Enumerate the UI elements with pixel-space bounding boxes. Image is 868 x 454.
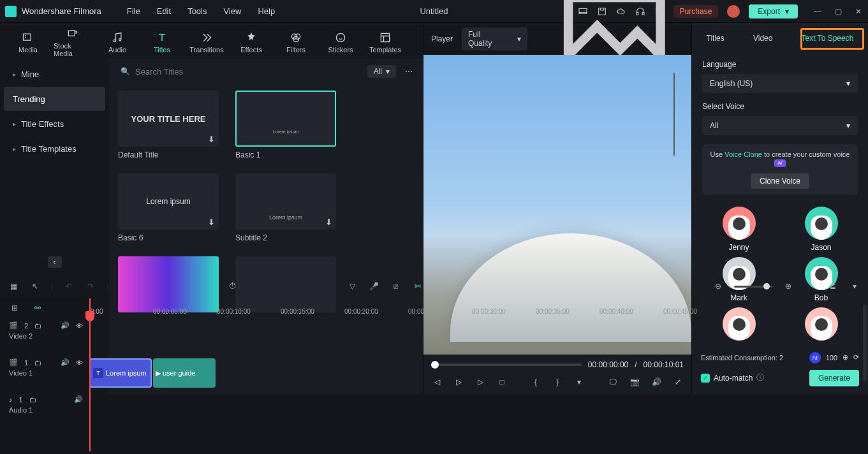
category-tabs: Media Stock Media Audio Titles Transitio… — [0, 23, 423, 59]
svg-rect-9 — [68, 31, 75, 36]
eye-icon: 👁 — [76, 322, 83, 330]
close-icon[interactable]: ✕ — [854, 7, 863, 16]
minimize-icon[interactable]: ― — [813, 7, 822, 16]
effects-icon — [244, 31, 258, 44]
mic-icon[interactable]: 🎤 — [369, 281, 380, 292]
user-avatar[interactable] — [727, 5, 740, 18]
chevron-down-icon: ▾ — [517, 34, 521, 43]
tab-titles[interactable]: Titles — [142, 29, 182, 56]
voice-jenny[interactable]: Jenny — [702, 207, 776, 252]
zoom-slider[interactable] — [734, 286, 772, 288]
chevron-down-icon: ▾ — [386, 67, 390, 76]
export-button[interactable]: Export▾ — [749, 4, 798, 18]
mixer-icon[interactable]: ⎚ — [390, 281, 402, 292]
add-track-icon[interactable]: ⊞ — [9, 302, 20, 314]
mute-icon: 🔊 — [61, 358, 70, 367]
scrollbar[interactable] — [863, 305, 867, 381]
titlebar: Wondershare Filmora File Edit Tools View… — [0, 0, 868, 23]
chevron-right-icon: ▸ — [13, 145, 16, 152]
camera-icon: 🎬 — [9, 321, 18, 330]
quality-select[interactable]: Full Quality▾ — [462, 27, 527, 50]
chevron-down-icon: ▾ — [846, 79, 850, 88]
chevron-right-icon: ▸ — [13, 71, 16, 78]
clone-voice-button[interactable]: Clone Voice — [751, 173, 809, 189]
title-item-basic6[interactable]: Lorem ipsum⬇ Basic 6 — [118, 173, 219, 242]
track-head-video2[interactable]: 🎬2🗀🔊👁 Video 2 — [0, 318, 89, 355]
clip-video[interactable]: ▶user guide — [153, 358, 216, 388]
filter-all[interactable]: All▾ — [367, 65, 396, 78]
link-tracks-icon[interactable]: ⚯ — [32, 302, 43, 314]
language-select[interactable]: English (US)▾ — [702, 74, 858, 93]
project-title: Untitled — [420, 6, 448, 16]
voice-jason[interactable]: Jason — [784, 207, 858, 252]
tab-right-titles[interactable]: Titles — [699, 29, 732, 48]
clip-title[interactable]: TLorem ipsum — [89, 358, 152, 388]
play-indicator-icon: ▶ — [156, 369, 161, 377]
voice-filter-select[interactable]: All▾ — [702, 116, 858, 135]
redo-icon[interactable]: ↷ — [85, 281, 96, 292]
sidebar-item-title-templates[interactable]: ▸Title Templates — [4, 136, 105, 161]
menu-help[interactable]: Help — [258, 6, 275, 16]
audio-icon — [110, 31, 124, 44]
patch-icon[interactable]: ▦ — [8, 281, 19, 292]
ai-badge-icon: AI — [774, 159, 786, 167]
svg-point-12 — [119, 38, 121, 40]
player-label: Player — [431, 34, 453, 43]
titles-icon — [155, 31, 169, 44]
track-headers: ⊞ ⚯ 🎬2🗀🔊👁 Video 2 🎬1🗀🔊👁 Video 1 ♪1🗀🔊 Aud… — [0, 298, 89, 454]
tab-right-video[interactable]: Video — [746, 29, 780, 48]
maximize-icon[interactable]: ▢ — [834, 7, 842, 16]
collapse-sidebar-icon[interactable]: ‹ — [48, 256, 62, 268]
tab-transitions[interactable]: Transitions — [186, 29, 227, 56]
tab-media[interactable]: Media — [8, 29, 48, 56]
voice-clone-link[interactable]: Voice Clone — [725, 150, 762, 158]
svg-point-10 — [75, 31, 77, 33]
voice-clone-card: Use Voice Clone to create your custom vo… — [702, 144, 858, 195]
tab-filters[interactable]: Filters — [276, 29, 316, 56]
marker-icon[interactable]: ▽ — [347, 281, 358, 292]
title-item-subtitle2[interactable]: Lorem ipsum⬇ Subtitle 2 — [235, 173, 336, 242]
menu-edit[interactable]: Edit — [157, 6, 171, 16]
tab-templates[interactable]: Templates — [365, 29, 406, 56]
download-icon: ⬇ — [325, 217, 332, 227]
sidebar-item-trending[interactable]: Trending — [4, 87, 105, 111]
svg-rect-8 — [24, 34, 31, 40]
menu-view[interactable]: View — [223, 6, 241, 16]
select-tool-icon[interactable]: ↖ — [29, 281, 41, 292]
track-head-audio1[interactable]: ♪1🗀🔊 Audio 1 — [0, 392, 89, 428]
eye-icon: 👁 — [76, 359, 83, 367]
zoom-in-icon[interactable]: ⊕ — [783, 281, 794, 292]
transitions-icon — [200, 31, 214, 44]
folder-icon: 🗀 — [34, 322, 41, 330]
sidebar-item-title-effects[interactable]: ▸Title Effects — [4, 112, 105, 136]
menu-tools[interactable]: Tools — [188, 6, 207, 16]
title-item-default[interactable]: YOUR TITLE HERE⬇ Default Title — [118, 91, 219, 159]
search-icon: 🔍 — [121, 67, 130, 76]
timeline-tracks[interactable]: 0:00 00:00:05:00 00:00:10:00 00:00:15:00… — [89, 298, 868, 454]
playhead[interactable] — [89, 298, 91, 451]
note-icon: ♪ — [9, 396, 13, 404]
tab-right-tts[interactable]: Text To Speech — [794, 29, 862, 48]
ai-cut-icon[interactable]: ✄ — [412, 281, 423, 292]
undo-icon[interactable]: ↶ — [63, 281, 75, 292]
menu-file[interactable]: File — [127, 6, 140, 16]
tab-stock-media[interactable]: Stock Media — [52, 25, 93, 60]
tab-stickers[interactable]: Stickers — [320, 29, 361, 56]
svg-point-11 — [114, 40, 115, 41]
track-head-video1[interactable]: 🎬1🗀🔊👁 Video 1 — [0, 355, 89, 392]
zoom-out-icon[interactable]: ⊖ — [712, 281, 724, 292]
tab-audio[interactable]: Audio — [97, 29, 138, 56]
ruler[interactable]: 0:00 00:00:05:00 00:00:10:00 00:00:15:00… — [89, 298, 868, 318]
mute-icon: 🔊 — [74, 395, 83, 404]
settings-dropdown-icon[interactable]: ▾ — [849, 281, 860, 292]
title-item-basic1[interactable]: Lorem ipsum Basic 1 — [235, 91, 336, 159]
search-input[interactable] — [135, 67, 357, 77]
brand-name: Wondershare Filmora — [22, 6, 101, 16]
sidebar-item-mine[interactable]: ▸Mine — [4, 62, 105, 86]
tab-effects[interactable]: Effects — [231, 29, 272, 56]
search-titles[interactable]: 🔍 — [115, 64, 362, 79]
language-label: Language — [702, 60, 858, 69]
more-options-icon[interactable]: ⋯ — [401, 64, 416, 78]
svg-point-16 — [336, 33, 344, 41]
chevron-down-icon: ▾ — [846, 121, 850, 130]
